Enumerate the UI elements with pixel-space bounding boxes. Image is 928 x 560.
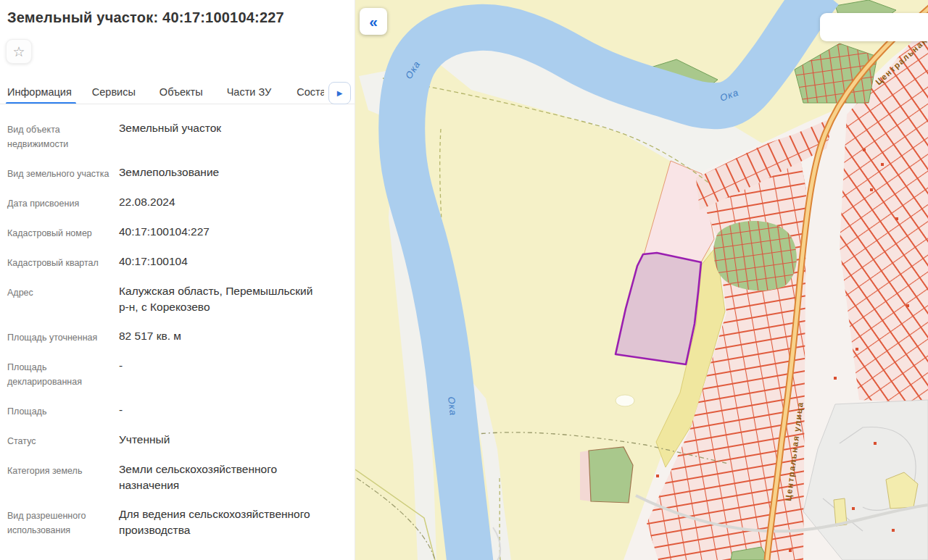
river-label: Ока [446,396,459,417]
attribute-list: Вид объекта недвижимости Земельный участ… [7,120,349,551]
tab-services[interactable]: Сервисы [92,81,136,104]
field-object-kind: Вид объекта недвижимости Земельный участ… [7,120,349,151]
field-parcel-kind: Вид земельного участка Землепользование [7,164,349,181]
field-permitted-use: Вид разрешенного использования Для веден… [7,506,349,538]
collapse-panel-button[interactable]: « [360,8,387,35]
field-land-category: Категория земель Земли сельскохозяйствен… [7,461,349,493]
field-area: Площадь - [7,402,349,419]
map-viewport[interactable]: Ока Ока Ока Центральная улица Центральна… [355,0,928,560]
field-status: Статус Учтенный [7,432,349,448]
double-chevron-left-icon: « [369,13,378,30]
divider [0,104,355,104]
tab-bar: Информация Сервисы Объекты Части ЗУ Сост… [0,81,355,104]
field-area-declared: Площадь декларированная - [7,358,349,389]
tab-information[interactable]: Информация [7,81,72,104]
map-canvas: Ока Ока Ока Центральная улица Центральна… [355,0,928,560]
more-tabs-button[interactable]: ▶ [328,82,351,104]
parcel-lines-overlay [713,221,797,291]
field-cadastral-number: Кадастровый номер 40:17:100104:227 [7,224,349,241]
star-icon: ☆ [12,43,25,60]
search-input[interactable] [820,13,928,41]
field-address: Адрес Калужская область, Перемышльский р… [7,283,349,315]
green-area [589,447,633,503]
page-title: Земельный участок: 40:17:100104:227 [0,0,355,26]
tab-objects[interactable]: Объекты [160,81,203,104]
object-info-panel: Земельный участок: 40:17:100104:227 ☆ Ин… [0,0,355,560]
chevron-right-icon: ▶ [337,89,343,97]
favorite-button[interactable]: ☆ [6,39,32,64]
field-area-specified: Площадь уточненная 82 517 кв. м [7,328,349,345]
field-cadastral-quarter: Кадастровый квартал 40:17:100104 [7,254,349,270]
tab-parcel-parts[interactable]: Части ЗУ [227,81,272,104]
pond [616,395,634,406]
field-assignment-date: Дата присвоения 22.08.2024 [7,194,349,211]
